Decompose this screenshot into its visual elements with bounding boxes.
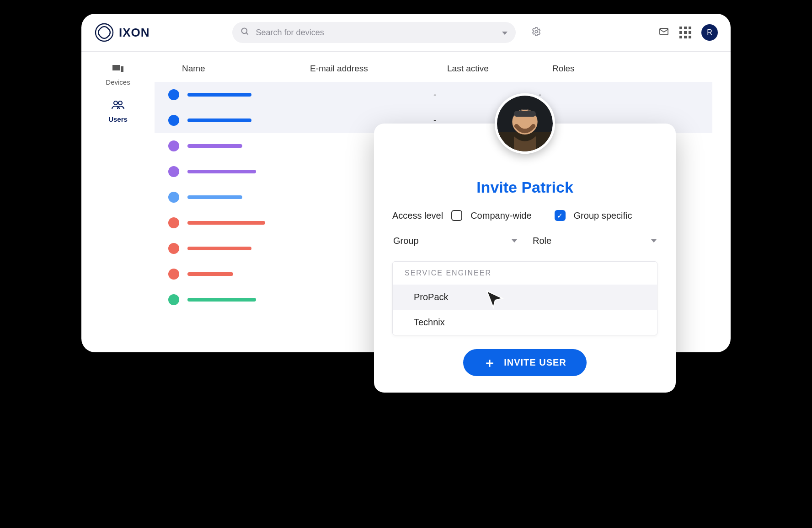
name-placeholder bbox=[187, 247, 251, 250]
apps-icon[interactable] bbox=[679, 27, 691, 38]
name-placeholder bbox=[187, 93, 251, 97]
svg-point-2 bbox=[241, 28, 247, 34]
role-select[interactable]: Role bbox=[532, 233, 657, 251]
dropdown-section-header: SERVICE ENGINEER bbox=[393, 262, 657, 285]
company-wide-checkbox[interactable] bbox=[451, 210, 462, 221]
svg-line-3 bbox=[246, 33, 248, 35]
devices-icon bbox=[112, 64, 124, 75]
table-header: Name E-mail address Last active Roles bbox=[155, 64, 712, 82]
svg-point-8 bbox=[114, 101, 118, 105]
users-icon bbox=[111, 100, 125, 113]
name-placeholder bbox=[187, 170, 256, 173]
sidebar-item-label: Users bbox=[108, 115, 128, 123]
invite-button-label: INVITE USER bbox=[504, 357, 566, 368]
name-placeholder bbox=[187, 119, 251, 122]
mail-icon[interactable] bbox=[658, 26, 669, 39]
user-avatar[interactable]: R bbox=[701, 24, 718, 41]
invite-title: Invite Patrick bbox=[392, 178, 657, 196]
status-dot bbox=[168, 192, 179, 203]
chevron-down-icon bbox=[512, 239, 517, 242]
sidebar-item-users[interactable]: Users bbox=[108, 100, 128, 123]
access-level-row: Access level Company-wide ✓ Group specif… bbox=[392, 210, 657, 221]
search-icon bbox=[240, 27, 250, 38]
svg-rect-1 bbox=[96, 25, 112, 40]
status-dot bbox=[168, 294, 179, 305]
svg-rect-6 bbox=[112, 65, 120, 70]
group-specific-checkbox[interactable]: ✓ bbox=[555, 210, 566, 221]
status-dot bbox=[168, 140, 179, 151]
name-placeholder bbox=[187, 221, 265, 225]
role-select-label: Role bbox=[533, 236, 551, 246]
chevron-down-icon bbox=[651, 239, 657, 242]
name-placeholder bbox=[187, 195, 242, 199]
topbar: IXON R bbox=[81, 14, 731, 52]
sidebar-item-label: Devices bbox=[106, 78, 130, 86]
company-wide-label: Company-wide bbox=[470, 210, 531, 221]
chevron-down-icon[interactable] bbox=[502, 28, 508, 37]
name-placeholder bbox=[187, 144, 242, 148]
status-dot bbox=[168, 166, 179, 177]
group-select[interactable]: Group bbox=[392, 233, 518, 251]
dropdown-item[interactable]: ProPack bbox=[393, 285, 657, 310]
sidebar: Devices Users bbox=[81, 52, 155, 331]
status-dot bbox=[168, 217, 179, 228]
search-field[interactable] bbox=[232, 22, 516, 43]
status-dot bbox=[168, 89, 179, 100]
invite-user-button[interactable]: ＋ INVITE USER bbox=[463, 349, 587, 376]
svg-point-4 bbox=[535, 30, 538, 33]
topbar-right: R bbox=[658, 24, 718, 41]
status-dot bbox=[168, 243, 179, 254]
name-placeholder bbox=[187, 298, 256, 302]
group-specific-label: Group specific bbox=[574, 210, 632, 221]
dropdown-item[interactable]: Technix bbox=[393, 310, 657, 335]
access-level-label: Access level bbox=[392, 210, 443, 221]
group-dropdown: SERVICE ENGINEER ProPackTechnix bbox=[392, 261, 657, 335]
group-select-label: Group bbox=[393, 236, 419, 246]
table-row[interactable]: -- bbox=[155, 82, 712, 108]
gear-icon[interactable] bbox=[531, 27, 541, 38]
invitee-avatar bbox=[495, 93, 555, 154]
invite-card: Invite Patrick Access level Company-wide… bbox=[374, 124, 676, 393]
svg-rect-14 bbox=[514, 111, 536, 117]
sidebar-item-devices[interactable]: Devices bbox=[106, 64, 130, 86]
col-last: Last active bbox=[447, 64, 552, 74]
col-email: E-mail address bbox=[310, 64, 447, 74]
brand-name: IXON bbox=[119, 26, 150, 40]
svg-rect-7 bbox=[121, 66, 123, 72]
search-input[interactable] bbox=[256, 28, 502, 38]
status-dot bbox=[168, 115, 179, 126]
brand-logo: IXON bbox=[94, 22, 150, 43]
cursor-icon bbox=[484, 288, 505, 309]
svg-point-9 bbox=[118, 101, 122, 105]
roles-cell: - bbox=[539, 90, 621, 100]
status-dot bbox=[168, 269, 179, 280]
name-placeholder bbox=[187, 272, 233, 276]
brand-mark-icon bbox=[94, 22, 114, 43]
col-roles: Roles bbox=[552, 64, 635, 74]
col-name: Name bbox=[182, 64, 310, 74]
